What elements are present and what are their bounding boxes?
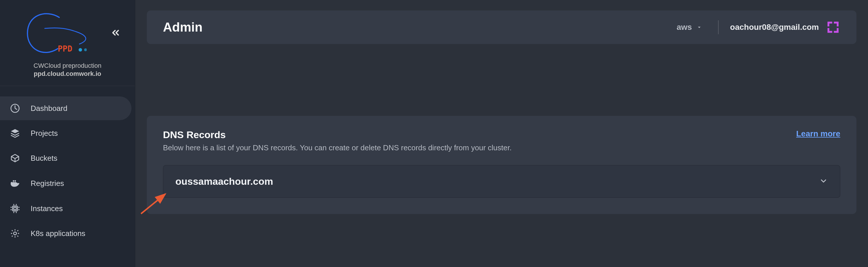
- sidebar-item-label: Instances: [31, 204, 63, 213]
- sidebar-item-label: Projects: [31, 129, 58, 138]
- dashboard-icon: [10, 103, 20, 113]
- chevron-down-icon: [819, 177, 828, 186]
- dns-zone-accordion[interactable]: oussamaachour.com: [163, 165, 840, 198]
- learn-more-link[interactable]: Learn more: [796, 129, 841, 138]
- sidebar-item-label: Buckets: [31, 154, 58, 163]
- sidebar-item-k8s-applications[interactable]: K8s applications: [0, 221, 131, 245]
- sidebar-collapse-button[interactable]: [108, 25, 123, 42]
- dns-records-panel: DNS Records Below here is a list of your…: [147, 116, 857, 214]
- topbar-right: aws oachour08@gmail.com: [673, 20, 840, 35]
- fullscreen-icon[interactable]: [826, 20, 840, 34]
- svg-text:PPD: PPD: [58, 44, 72, 54]
- cube-icon: [10, 153, 20, 163]
- env-info: CWCloud preproduction ppd.cloud.comwork.…: [0, 62, 135, 86]
- sidebar-nav: Dashboard Projects Buckets Registries In: [0, 86, 135, 245]
- svg-point-20: [13, 232, 17, 235]
- sidebar-item-label: K8s applications: [31, 229, 85, 238]
- env-host: ppd.cloud.comwork.io: [6, 70, 129, 78]
- svg-rect-9: [15, 180, 16, 182]
- chevrons-left-icon: [110, 27, 121, 38]
- sidebar-item-label: Dashboard: [31, 104, 67, 113]
- sidebar-item-registries[interactable]: Registries: [0, 171, 131, 195]
- cloud-provider-label: aws: [677, 23, 692, 32]
- sidebar-item-dashboard[interactable]: Dashboard: [0, 97, 131, 120]
- user-email: oachour08@gmail.com: [730, 23, 819, 32]
- main: Admin aws oachour08@gmail.com DNS Record…: [135, 0, 868, 267]
- sidebar-item-projects[interactable]: Projects: [0, 121, 131, 145]
- svg-point-1: [79, 48, 82, 52]
- env-title: CWCloud preproduction: [6, 62, 129, 70]
- topbar: Admin aws oachour08@gmail.com: [147, 10, 857, 44]
- sidebar-item-label: Registries: [31, 179, 64, 188]
- gear-icon: [10, 229, 20, 238]
- chip-icon: [10, 204, 20, 213]
- topbar-divider: [718, 20, 719, 34]
- svg-rect-10: [13, 206, 18, 211]
- panel-header: DNS Records Below here is a list of your…: [163, 129, 840, 152]
- svg-rect-11: [14, 207, 17, 210]
- layers-icon: [10, 128, 20, 138]
- svg-marker-4: [11, 129, 19, 133]
- panel-title: DNS Records: [163, 129, 512, 140]
- sidebar: PPD CWCloud preproduction ppd.cloud.comw…: [0, 0, 135, 267]
- cloud-provider-selector[interactable]: aws: [673, 20, 707, 35]
- panel-subtitle: Below here is a list of your DNS records…: [163, 143, 512, 152]
- page-title: Admin: [163, 20, 203, 34]
- comwork-logo: PPD: [11, 11, 87, 55]
- sidebar-item-instances[interactable]: Instances: [0, 197, 131, 220]
- caret-down-icon: [696, 24, 703, 30]
- docker-icon: [10, 178, 20, 189]
- logo[interactable]: PPD: [11, 11, 87, 55]
- user-block[interactable]: oachour08@gmail.com: [730, 20, 840, 34]
- dns-zone-name: oussamaachour.com: [176, 176, 273, 187]
- sidebar-top: PPD: [0, 0, 135, 62]
- svg-point-2: [84, 48, 87, 51]
- sidebar-item-buckets[interactable]: Buckets: [0, 146, 131, 170]
- panel-titleblock: DNS Records Below here is a list of your…: [163, 129, 512, 152]
- svg-rect-8: [13, 180, 14, 182]
